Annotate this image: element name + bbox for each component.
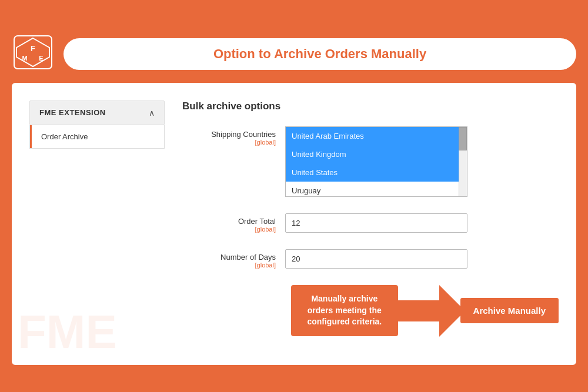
callout-box: Manually archive orders meeting the conf…	[291, 285, 398, 336]
shipping-countries-sublabel: [global]	[182, 139, 276, 146]
action-row: Manually archive orders meeting the conf…	[182, 285, 559, 337]
number-of-days-row: Number of Days [global]	[182, 249, 559, 269]
section-title: Bulk archive options	[182, 100, 559, 112]
shipping-countries-label-group: Shipping Countries [global]	[182, 126, 285, 146]
callout-text: Manually archive orders meeting the conf…	[307, 294, 382, 326]
chevron-up-icon: ∧	[149, 108, 155, 118]
sidebar-menu: Order Archive	[29, 125, 165, 149]
number-of-days-control	[285, 249, 559, 269]
main-card: FME EXTENSION ∧ Order Archive Bulk archi…	[12, 83, 576, 365]
order-total-label: Order Total	[182, 217, 276, 226]
page-title: Option to Archive Orders Manually	[75, 46, 564, 62]
svg-text:E: E	[39, 55, 43, 62]
option-uk[interactable]: United Kingdom	[286, 145, 459, 163]
arrow-body	[398, 300, 439, 321]
sidebar-section-header[interactable]: FME EXTENSION ∧	[29, 100, 165, 125]
logo: F M E	[12, 33, 59, 75]
order-total-sublabel: [global]	[182, 226, 276, 233]
svg-text:M: M	[22, 55, 27, 62]
option-uruguay[interactable]: Uruguay	[286, 182, 459, 196]
order-total-control	[285, 213, 559, 233]
sidebar-section-label: FME EXTENSION	[39, 108, 106, 117]
sidebar-item-order-archive[interactable]: Order Archive	[30, 125, 164, 148]
archive-manually-button[interactable]: Archive Manually	[460, 298, 559, 323]
number-of-days-label: Number of Days	[182, 253, 276, 262]
number-of-days-sublabel: [global]	[182, 262, 276, 269]
shipping-countries-label: Shipping Countries	[182, 130, 276, 139]
number-of-days-label-group: Number of Days [global]	[182, 249, 285, 269]
arrow-icon	[398, 285, 465, 337]
order-total-label-group: Order Total [global]	[182, 213, 285, 233]
order-total-input[interactable]	[285, 213, 467, 233]
header-title-bar: Option to Archive Orders Manually	[64, 38, 576, 70]
sidebar: FME EXTENSION ∧ Order Archive	[29, 100, 165, 341]
number-of-days-input[interactable]	[285, 249, 467, 269]
svg-text:F: F	[31, 44, 35, 53]
shipping-countries-select[interactable]: United Arab Emirates United Kingdom Unit…	[285, 126, 467, 197]
option-uae[interactable]: United Arab Emirates	[286, 127, 459, 145]
order-total-row: Order Total [global]	[182, 213, 559, 233]
scrollbar-thumb[interactable]	[459, 127, 467, 150]
header: F M E Option to Archive Orders Manually	[12, 28, 576, 83]
option-us[interactable]: United States	[286, 163, 459, 182]
shipping-countries-row: Shipping Countries [global] United Arab …	[182, 126, 559, 197]
content-area: Bulk archive options Shipping Countries …	[176, 100, 559, 341]
shipping-countries-control: United Arab Emirates United Kingdom Unit…	[285, 126, 559, 197]
scrollbar-track	[459, 127, 467, 196]
